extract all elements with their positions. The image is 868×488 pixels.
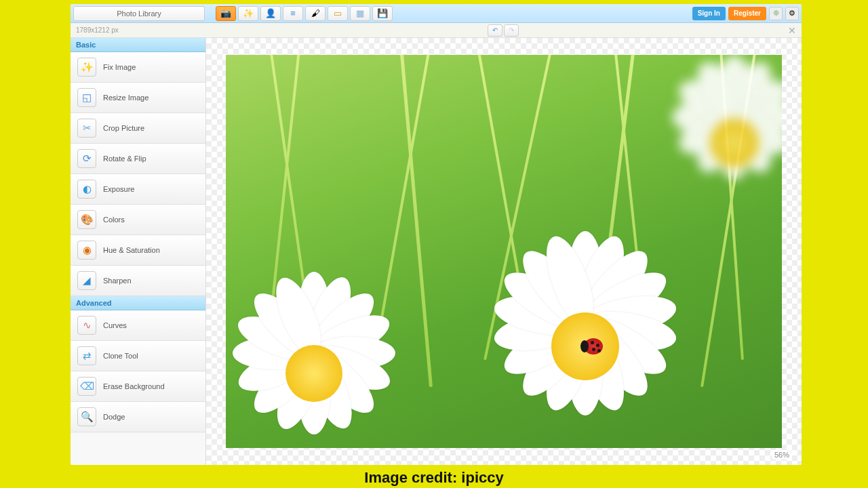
clone-tool-icon: ⇄ (77, 346, 96, 365)
exposure-icon: ◐ (77, 180, 96, 199)
tool-basic-exposure[interactable]: ◐Exposure (71, 174, 205, 205)
main-area: Basic ✨Fix Image◱Resize Image✂Crop Pictu… (71, 38, 802, 465)
tool-label: Erase Background (103, 382, 165, 390)
crop-picture-icon: ✂ (77, 119, 96, 138)
tool-label: Exposure (103, 185, 134, 193)
tool-advanced-erase-background[interactable]: ⌫Erase Background (71, 371, 205, 402)
tab-frames[interactable]: ▭ (328, 6, 348, 21)
tool-basic-hue-saturation[interactable]: ◉Hue & Saturation (71, 235, 205, 266)
undo-redo-group: ↶ ↷ (488, 24, 519, 37)
tool-label: Hue & Saturation (103, 246, 160, 254)
paint-icon: 🖌 (311, 8, 320, 18)
erase-background-icon: ⌫ (77, 377, 96, 396)
tool-basic-fix-image[interactable]: ✨Fix Image (71, 52, 205, 83)
section-advanced-header: Advanced (71, 296, 205, 310)
sidebar[interactable]: Basic ✨Fix Image◱Resize Image✂Crop Pictu… (71, 38, 206, 465)
curves-icon: ∿ (77, 316, 96, 335)
flower-center (470, 231, 701, 448)
edited-image (226, 55, 782, 448)
zoom-level: 56% (772, 450, 792, 460)
tool-label: Clone Tool (103, 352, 138, 360)
tool-label: Crop Picture (103, 124, 144, 132)
close-button[interactable]: ✕ (788, 25, 796, 36)
tab-effects[interactable]: ✨ (238, 6, 258, 21)
tool-label: Colors (103, 216, 125, 224)
help-icon: ❊ (773, 9, 779, 18)
undo-icon: ↶ (492, 26, 498, 34)
tool-basic-colors[interactable]: 🎨Colors (71, 205, 205, 235)
resize-image-icon: ◱ (77, 88, 96, 107)
mode-tabs: 📷 ✨ 👤 ≡ 🖌 ▭ ▦ 💾 (216, 6, 393, 21)
dodge-icon: 🔍 (77, 407, 96, 426)
person-icon: 👤 (265, 8, 276, 18)
layers-icon: ≡ (290, 8, 296, 18)
signin-button[interactable]: Sign In (692, 7, 726, 20)
tool-basic-sharpen[interactable]: ◢Sharpen (71, 266, 205, 296)
tab-touchup[interactable]: 👤 (260, 6, 281, 21)
redo-button[interactable]: ↷ (504, 24, 519, 37)
section-basic-header: Basic (71, 38, 205, 52)
camera-icon: 📷 (220, 8, 231, 18)
tool-label: Fix Image (103, 63, 136, 71)
redo-icon: ↷ (509, 26, 514, 34)
tab-paint[interactable]: 🖌 (305, 6, 326, 21)
infobar: 1789x1212 px ↶ ↷ ✕ (71, 23, 802, 38)
canvas-area[interactable]: 56% (206, 38, 802, 465)
magic-wand-icon: ✨ (243, 8, 254, 18)
photo-library-button[interactable]: Photo Library (73, 6, 205, 21)
tab-textures[interactable]: ▦ (350, 6, 370, 21)
tool-label: Rotate & Flip (103, 155, 146, 163)
tool-advanced-dodge[interactable]: 🔍Dodge (71, 402, 205, 432)
save-icon: 💾 (377, 8, 388, 18)
tool-advanced-curves[interactable]: ∿Curves (71, 310, 205, 341)
register-button[interactable]: Register (728, 7, 766, 20)
rotate-flip-icon: ⟳ (77, 149, 96, 168)
tool-label: Resize Image (103, 94, 149, 102)
tool-basic-rotate-flip[interactable]: ⟳Rotate & Flip (71, 144, 205, 174)
frame-icon: ▭ (334, 8, 342, 18)
flower-blurred (653, 62, 782, 224)
tool-label: Sharpen (103, 277, 132, 285)
tab-editor[interactable]: 📷 (216, 6, 236, 21)
settings-button[interactable]: ⚙ (785, 7, 799, 20)
close-icon: ✕ (788, 25, 796, 36)
sharpen-icon: ◢ (77, 271, 96, 290)
help-button[interactable]: ❊ (769, 7, 783, 20)
image-credit: Image credit: ipiccy (0, 469, 868, 487)
image-dimensions: 1789x1212 px (76, 26, 119, 34)
gear-icon: ⚙ (789, 9, 795, 18)
tool-label: Curves (103, 321, 127, 329)
undo-button[interactable]: ↶ (488, 24, 502, 37)
tool-label: Dodge (103, 413, 125, 421)
hue-saturation-icon: ◉ (77, 241, 96, 260)
flower-left (226, 272, 416, 448)
tool-basic-crop-picture[interactable]: ✂Crop Picture (71, 113, 205, 144)
tab-layers[interactable]: ≡ (283, 6, 303, 21)
fix-image-icon: ✨ (77, 58, 96, 77)
tab-save[interactable]: 💾 (372, 6, 393, 21)
tool-advanced-clone-tool[interactable]: ⇄Clone Tool (71, 341, 205, 371)
app-window: Photo Library 📷 ✨ 👤 ≡ 🖌 ▭ ▦ 💾 Sign In Re… (71, 4, 802, 465)
tool-basic-resize-image[interactable]: ◱Resize Image (71, 83, 205, 113)
topbar: Photo Library 📷 ✨ 👤 ≡ 🖌 ▭ ▦ 💾 Sign In Re… (71, 4, 802, 23)
texture-icon: ▦ (356, 8, 364, 18)
ladybug (584, 338, 603, 354)
colors-icon: 🎨 (77, 210, 96, 229)
